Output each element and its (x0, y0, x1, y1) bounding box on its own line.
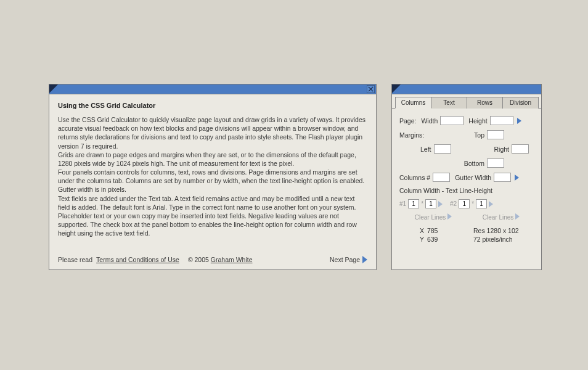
help-paragraph-1: Use the CSS Grid Calculator to quickly v… (58, 115, 367, 150)
star-icon: * (472, 200, 474, 207)
titlebar-corner-icon (392, 84, 401, 93)
copyright-label: © 2005 Graham White (188, 256, 253, 263)
columns-apply-button[interactable] (515, 175, 519, 181)
margins-bottom-row: Bottom (399, 158, 535, 168)
lineheight-row: #1 * #2 * (399, 199, 535, 208)
y-label: Y (412, 236, 424, 243)
page-row: Page: Width Height (399, 116, 535, 125)
lh2-b-input[interactable] (476, 199, 487, 208)
tab-rows[interactable]: Rows (467, 97, 503, 109)
tab-columns[interactable]: Columns (395, 97, 431, 109)
res-value: 1280 x 102 (487, 227, 519, 234)
margin-bottom-input[interactable] (487, 158, 504, 168)
x-value: 785 (427, 227, 438, 234)
controls-panel: Columns Text Rows Division Page: Width H… (391, 84, 542, 270)
page-height-input[interactable] (490, 116, 513, 125)
next-page-label: Next Page (330, 256, 360, 263)
margin-right-input[interactable] (512, 144, 529, 154)
clear-lines-2-button[interactable]: Clear Lines (483, 213, 520, 221)
please-read-label: Please read (58, 256, 92, 263)
columns-num-input[interactable] (433, 173, 450, 182)
help-footer: Please read Terms and Conditions of Use … (58, 256, 367, 263)
width-label: Width (421, 117, 438, 125)
close-button[interactable] (367, 85, 375, 93)
star-icon: * (421, 200, 423, 207)
page-apply-button[interactable] (517, 118, 521, 124)
margins-top-row: Margins: Top (399, 130, 535, 139)
arrow-right-icon (515, 213, 520, 220)
help-content: Using the CSS Grid Calculator Use the CS… (49, 94, 376, 237)
lh1-apply-button[interactable] (438, 201, 443, 207)
lh1-b-input[interactable] (425, 199, 436, 208)
hash2-label: #2 (450, 200, 457, 207)
help-paragraph-2: Grids are drawn to page edges and margin… (58, 150, 367, 168)
page-width-input[interactable] (440, 116, 463, 125)
clear-lines-1-button[interactable]: Clear Lines (415, 213, 452, 221)
margin-top-input[interactable] (487, 130, 504, 139)
columns-row: Columns # Gutter Width (399, 173, 535, 182)
lh1-a-input[interactable] (408, 199, 419, 208)
gutter-width-input[interactable] (494, 173, 511, 182)
tab-division[interactable]: Division (502, 97, 539, 109)
gutter-width-label: Gutter Width (455, 174, 491, 181)
stats-row: X 785 Y 639 Res 1280 x 102 72 pixels/inc… (399, 227, 535, 244)
clear-row: Clear Lines Clear Lines (399, 213, 535, 221)
lh2-apply-button[interactable] (489, 201, 493, 207)
help-paragraph-4: Text fields are added under the Text tab… (58, 194, 367, 238)
hash1-label: #1 (399, 200, 406, 207)
bottom-label: Bottom (464, 160, 484, 167)
tab-text[interactable]: Text (431, 97, 467, 109)
ppi-value: 72 pixels/inch (473, 236, 535, 243)
page-label: Page: (399, 117, 416, 125)
left-label: Left (420, 146, 431, 153)
x-label: X (412, 227, 424, 234)
lh2-a-input[interactable] (459, 199, 470, 208)
titlebar-corner-icon (49, 84, 58, 93)
height-label: Height (468, 117, 487, 125)
terms-link[interactable]: Terms and Conditions of Use (96, 256, 179, 263)
margins-lr-row: Left Right (399, 144, 535, 154)
controls-titlebar (392, 84, 541, 94)
arrow-right-icon (362, 256, 367, 263)
arrow-right-icon (447, 213, 452, 220)
margins-label: Margins: (399, 131, 424, 139)
y-value: 639 (427, 236, 438, 243)
top-label: Top (474, 131, 484, 139)
lineheight-section-title: Column Width - Text Line-Height (399, 187, 535, 194)
help-title: Using the CSS Grid Calculator (58, 102, 367, 109)
right-label: Right (494, 146, 509, 153)
author-link[interactable]: Graham White (211, 256, 253, 263)
help-panel: Using the CSS Grid Calculator Use the CS… (49, 84, 377, 270)
help-titlebar (49, 84, 376, 94)
controls-body: Page: Width Height Margins: Top Left Rig… (392, 109, 541, 244)
columns-num-label: Columns # (399, 174, 430, 181)
next-page-button[interactable]: Next Page (330, 256, 367, 263)
close-icon (368, 86, 374, 92)
help-paragraph-3: Four panels contain controls for columns… (58, 168, 367, 194)
tabs-row: Columns Text Rows Division (392, 94, 541, 109)
margin-left-input[interactable] (434, 144, 451, 154)
res-label: Res (473, 227, 485, 234)
